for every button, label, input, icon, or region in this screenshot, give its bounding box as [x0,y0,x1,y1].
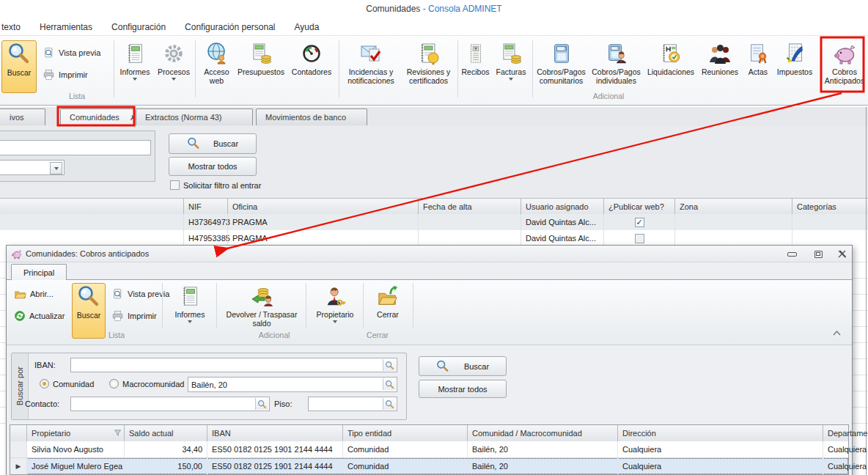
ribbon-button-acceso-web[interactable]: Acceso web [197,40,236,95]
contacto-input[interactable] [70,397,270,411]
menu-item-herramientas[interactable]: Herramientas [40,20,92,34]
minimize-button[interactable] [782,248,801,259]
combo-dropdown-button[interactable] [50,162,62,174]
table-row-selected[interactable]: ▶ José Miguel Mulero Egea 150,00 ES50 01… [10,458,848,474]
tab-principal[interactable]: Principal [11,264,67,281]
notebook-seal-icon [658,40,683,67]
table-row[interactable]: H37364973 PRAGMA David Quintas Alc... ✓ [0,214,868,231]
radio-comunidad[interactable]: Comunidad [40,379,94,389]
lookup-magnifier-icon[interactable] [383,378,396,390]
window-titlebar: Comunidades - Consola ADMINET [0,0,868,20]
ribbon-button-procesos[interactable]: Procesos [154,40,194,95]
ribbon-button-contadores[interactable]: Contadores [286,40,337,95]
ribbon-button-reuniones[interactable]: Reuniones [697,40,743,95]
column-header-comunidad[interactable]: Comunidad / Macrocomunidad [467,425,617,441]
buscar-ribbon-button[interactable]: Buscar [1,40,37,93]
dialog-buscar-button[interactable]: Buscar [419,356,507,376]
column-header-propietario[interactable]: Propietario [26,425,124,441]
menu-item-ayuda[interactable]: Ayuda [295,20,320,34]
close-tab-icon[interactable]: ✗ [130,114,136,122]
column-header-publicar-web[interactable]: ¿Publicar web? [603,199,674,215]
menu-item-texto[interactable]: texto [1,20,21,34]
publicar-web-checkbox[interactable]: ✓ [635,218,644,227]
mostrar-todos-button[interactable]: Mostrar todos [169,157,257,176]
buscar-button[interactable]: Buscar [169,133,257,154]
dialog-mostrar-todos-button[interactable]: Mostrar todos [419,380,507,398]
imprimir-button[interactable]: Imprimir [43,67,88,83]
column-header-oficina[interactable]: Oficina [227,199,418,215]
ribbon-button-informes[interactable]: Informes [116,40,154,95]
lookup-magnifier-icon[interactable] [383,398,396,410]
dialog-cerrar-button[interactable]: Cerrar [369,283,407,337]
tab-activos[interactable]: ivos [0,108,45,125]
chevron-down-icon [188,320,192,323]
tab-extractos[interactable]: Extractos (Norma 43) [136,108,253,125]
ribbon-button-presupuestos[interactable]: Presupuestos [236,40,286,95]
menu-item-configuracion-personal[interactable]: Configuración personal [185,20,275,34]
abrir-button[interactable]: Abrir... [14,286,54,302]
chevron-down-icon [509,78,513,81]
ribbon-button-cobros-anticipados[interactable]: Cobros Anticipados [823,40,866,95]
ribbon-button-impuestos[interactable]: Impuestos [773,40,816,95]
document-tabbar: ivos Comunidades ✗ Extractos (Norma 43) … [0,107,868,127]
buscar-por-side-tab: Buscar por [12,353,29,419]
publicar-web-checkbox[interactable] [635,234,644,243]
magnifier-icon [7,41,32,67]
collapse-ribbon-icon[interactable] [832,328,842,336]
piggy-bank-icon [832,40,857,67]
printer-icon [111,310,124,323]
column-header-fecha[interactable]: Fecha de alta [418,199,521,215]
tab-movimientos[interactable]: Movimientos de banco [256,108,367,125]
window-title: Comunidades [366,4,420,14]
dialog-titlebar[interactable]: Comunidades: Cobros anticipados [7,246,852,262]
column-header-saldo[interactable]: Saldo actual [124,425,207,441]
column-header-categorias[interactable]: Categorías [792,199,868,215]
ribbon-button-actas[interactable]: Actas [743,40,773,95]
dialog-imprimir-button[interactable]: Imprimir [111,308,157,324]
radio-macrocomunidad[interactable]: Macrocomunidad [109,379,184,389]
ribbon: Buscar Vista previa Imprimir Lista Adici… [0,35,868,106]
filter-funnel-icon[interactable] [114,429,122,437]
propietario-button[interactable]: Propietario [312,283,358,337]
dialog-informes-button[interactable]: Informes [169,283,211,337]
contacto-label: Contacto: [25,399,59,408]
document-coins-icon [499,40,523,67]
ribbon-button-cobros-pagos-individuales[interactable]: Cobros/Pagos individuales [588,40,644,95]
ribbon-button-incidencias[interactable]: Incidencias y notificaciones [341,40,401,95]
mail-check-icon [358,40,383,67]
piso-input[interactable] [308,397,397,411]
filter-text-input[interactable] [0,140,151,155]
receipt-icon [463,40,488,67]
gauge-icon [299,40,324,67]
column-header-usuario[interactable]: Usuario asignado [521,199,603,215]
column-header-direccion[interactable]: Dirección [617,425,823,441]
column-header-zona[interactable]: Zona [674,199,792,215]
vista-previa-button[interactable]: Vista previa [43,45,100,61]
ribbon-button-liquidaciones[interactable]: Liquidaciones [644,40,697,95]
filter-combobox[interactable] [0,160,65,175]
magnifier-icon [187,137,200,150]
column-header-departamento[interactable]: Departamento [823,425,848,441]
lookup-magnifier-icon[interactable] [255,398,268,410]
dialog-vista-previa-button[interactable]: Vista previa [111,286,169,302]
table-row[interactable]: Silvia Novo Augusto 34,40 ES50 0182 0125… [10,441,848,458]
actualizar-button[interactable]: Actualizar [14,308,65,324]
tab-comunidades[interactable]: Comunidades ✗ [60,108,134,125]
ribbon-button-facturas[interactable]: Facturas [491,40,531,95]
column-header-iban[interactable]: IBAN [207,425,342,441]
menu-item-configuracion[interactable]: Configuración [111,20,166,34]
ribbon-button-revisiones[interactable]: Revisiones y certificados [401,40,456,95]
column-header[interactable] [0,199,183,215]
column-header-tipo-entidad[interactable]: Tipo entidad [342,425,467,441]
close-button[interactable] [832,248,851,259]
solicitar-filtro-checkbox[interactable] [170,180,180,190]
ribbon-button-recibos[interactable]: Recibos [460,40,491,95]
lookup-magnifier-icon[interactable] [383,359,396,371]
ribbon-button-cobros-pagos-comunitarios[interactable]: Cobros/Pagos comunitarios [534,40,588,95]
row-selector-header [10,425,26,441]
devolver-traspasar-button[interactable]: Devolver / Traspasar saldo [222,283,301,337]
column-header-nif[interactable]: NIF [183,199,227,215]
restore-button[interactable] [809,248,828,259]
iban-input[interactable] [70,358,397,372]
comunidad-input[interactable]: Bailén, 20 [188,377,397,392]
